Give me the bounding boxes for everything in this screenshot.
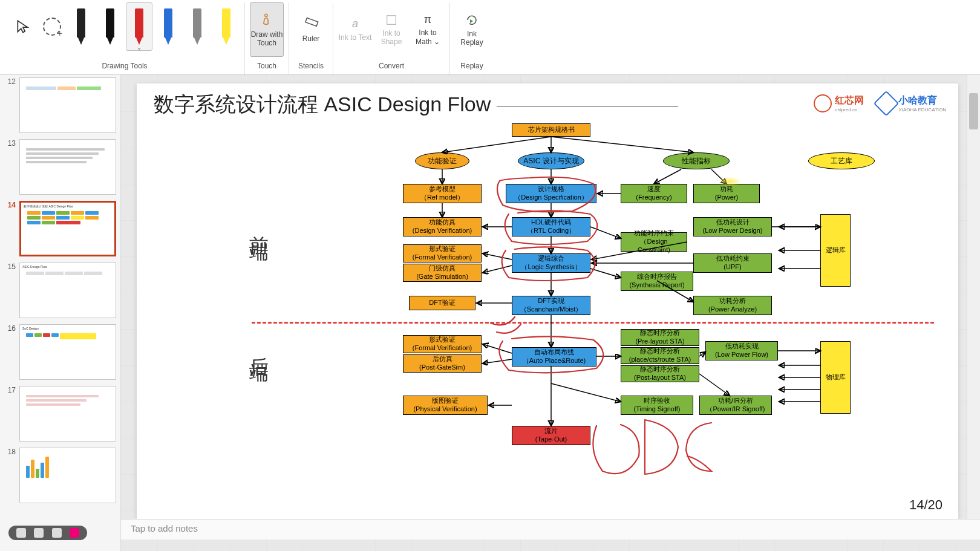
- float-icon-1[interactable]: [16, 528, 26, 538]
- box-design-ver: 功能仿真(Design Verification): [403, 217, 482, 236]
- floating-toolbar[interactable]: [8, 526, 87, 540]
- box-dft-ver: DFT验证: [409, 296, 475, 310]
- box-formal-ver-1: 形式验证(Formal Verification): [403, 244, 482, 262]
- svg-line-3: [442, 137, 551, 152]
- box-chip-spec: 芯片架构规格书: [512, 123, 590, 137]
- box-rtl: HDL硬件代码（RTL Coding）: [512, 217, 590, 236]
- vertical-scrollbar[interactable]: [967, 75, 980, 530]
- dash-separator: [252, 322, 934, 324]
- box-post-gatesim: 后仿真(Post-GateSim): [403, 354, 482, 373]
- svg-line-27: [483, 359, 512, 364]
- pen-blue[interactable]: [155, 2, 181, 51]
- thumb-16[interactable]: 16SoC Design: [4, 324, 117, 380]
- pen-black[interactable]: [97, 2, 123, 51]
- thumb-12[interactable]: 12: [4, 77, 117, 133]
- box-power-analyze: 功耗分析(Power Analyze): [693, 296, 772, 315]
- highlighter-yellow[interactable]: [213, 2, 240, 51]
- ribbon: ⌄ Drawing Tools Draw with Touch Touch Ru…: [0, 0, 980, 75]
- box-formal-ver-2: 形式验证(Formal Verification): [403, 335, 482, 353]
- slide-stage-wrap: 数字系统设计流程 ASIC Design Flow 红芯网chipred.cn …: [121, 75, 980, 551]
- ink-to-math-button[interactable]: πInk to Math ⌄: [411, 2, 445, 57]
- yellow-highlight: [717, 177, 742, 186]
- red-ink-annotations: [252, 123, 934, 507]
- asic-flow-diagram: 芯片架构规格书 功能验证 ASIC 设计与实现 性能指标 工艺库 参考模型（Re…: [252, 123, 934, 507]
- slide-thumbnails-panel[interactable]: 12 13 14数字系统设计流程 ASIC Design Flow 15ASIC…: [0, 75, 121, 551]
- logo-chipred: 红芯网chipred.cn: [814, 94, 864, 112]
- pen-gray[interactable]: [184, 2, 211, 51]
- group-label-replay: Replay: [460, 60, 483, 71]
- svg-line-21: [590, 269, 621, 278]
- float-icon-3[interactable]: [52, 528, 62, 538]
- cursor-tool[interactable]: [10, 2, 36, 51]
- page-counter: 14/20: [909, 497, 942, 513]
- notes-pane[interactable]: Tap to add notes: [121, 519, 980, 540]
- ruler-button[interactable]: Ruler: [294, 2, 328, 57]
- label-backend: 后端: [246, 341, 272, 353]
- lasso-tool[interactable]: [39, 2, 65, 51]
- thumb-13[interactable]: 13: [4, 139, 117, 195]
- thumb-15[interactable]: 15ASIC Design Flow: [4, 262, 117, 318]
- slide-canvas[interactable]: 数字系统设计流程 ASIC Design Flow 红芯网chipred.cn …: [137, 83, 958, 519]
- thumb-18[interactable]: 18: [4, 448, 117, 503]
- logo-xiaoha: 小哈教育XIAOHA EDUCATION: [877, 94, 946, 112]
- ribbon-group-convert: aInk to Text Ink to Shape πInk to Math ⌄…: [333, 2, 450, 74]
- group-label-touch: Touch: [257, 60, 276, 71]
- ink-to-text-button[interactable]: aInk to Text: [338, 2, 372, 57]
- pen-red[interactable]: ⌄: [126, 2, 152, 51]
- svg-line-38: [699, 374, 730, 396]
- svg-point-0: [265, 14, 267, 16]
- label-frontend: 前端: [246, 220, 272, 232]
- ribbon-group-stencils: Ruler Stencils: [289, 2, 333, 74]
- ink-to-shape-button[interactable]: Ink to Shape: [374, 2, 408, 57]
- float-icon-2[interactable]: [34, 528, 44, 538]
- svg-line-8: [654, 169, 681, 184]
- box-power-signoff: 功耗/IR分析（Power/IR Signoff): [699, 396, 772, 415]
- box-ref-model: 参考模型（Ref model）: [403, 184, 482, 203]
- box-phys-ver: 版图验证(Physical Verification): [403, 396, 488, 415]
- box-cts-sta: 静态时序分析(place/cts/route STA): [621, 347, 699, 364]
- main-area: 12 13 14数字系统设计流程 ASIC Design Flow 15ASIC…: [0, 75, 980, 551]
- ell-perf: 性能指标: [663, 152, 730, 169]
- box-upf: 低功耗约束(UPF): [693, 253, 772, 273]
- box-post-sta: 静态时序分析(Post-layout STA): [621, 365, 699, 382]
- box-tapeout: 流片(Tape-Out): [512, 426, 590, 445]
- box-low-power-design: 低功耗设计(Low Power Design): [693, 217, 772, 236]
- box-constraint: 功能时序约束（Design Constraint): [621, 232, 687, 252]
- svg-line-5: [551, 137, 693, 152]
- thumb-14[interactable]: 14数字系统设计流程 ASIC Design Flow: [4, 201, 117, 256]
- svg-line-37: [551, 383, 621, 402]
- ribbon-group-drawing: ⌄ Drawing Tools: [5, 2, 245, 74]
- svg-line-29: [699, 352, 705, 356]
- box-low-power-flow: 低功耗实现(Low Power Flow): [705, 341, 778, 360]
- float-icon-4[interactable]: [70, 528, 79, 538]
- box-logic-lib: 逻辑库: [820, 214, 851, 287]
- box-frequency: 速度(Frequency): [621, 184, 687, 203]
- svg-line-19: [483, 266, 512, 273]
- box-pre-sta: 静态时序分析(Pre-layout STA): [621, 329, 699, 346]
- svg-rect-1: [305, 18, 318, 26]
- svg-line-26: [483, 344, 512, 353]
- svg-rect-2: [387, 15, 396, 24]
- ribbon-group-touch: Draw with Touch Touch: [245, 2, 289, 74]
- svg-line-18: [483, 253, 512, 259]
- thumb-17[interactable]: 17: [4, 386, 117, 442]
- box-synth-report: 综合时序报告(Synthesis Report): [621, 272, 693, 291]
- ribbon-group-replay: Ink Replay Replay: [450, 2, 494, 74]
- box-logic-synth: 逻辑综合（Logic Synthesis）: [512, 253, 590, 273]
- box-gate-sim: 门级仿真(Gate Simulation): [403, 264, 482, 282]
- box-dft-impl: DFT实现（Scanchain/Mbist）: [512, 296, 590, 315]
- group-label-drawing: Drawing Tools: [102, 60, 147, 71]
- box-physical-lib: 物理库: [820, 341, 851, 414]
- pen-black-thin[interactable]: [68, 2, 94, 51]
- ink-replay-button[interactable]: Ink Replay: [455, 2, 489, 57]
- slide-title: 数字系统设计流程 ASIC Design Flow: [154, 91, 678, 119]
- box-power: 功耗(Power): [693, 184, 760, 203]
- group-label-stencils: Stencils: [298, 60, 324, 71]
- box-apr: 自动布局布线（Auto Place&Route): [512, 347, 596, 367]
- draw-with-touch-button[interactable]: Draw with Touch: [250, 2, 284, 57]
- ell-process-lib: 工艺库: [808, 152, 875, 169]
- ell-asic-design: ASIC 设计与实现: [518, 152, 584, 169]
- svg-line-13: [590, 227, 621, 238]
- ell-func-ver: 功能验证: [415, 152, 469, 169]
- flow-arrows: [252, 123, 934, 507]
